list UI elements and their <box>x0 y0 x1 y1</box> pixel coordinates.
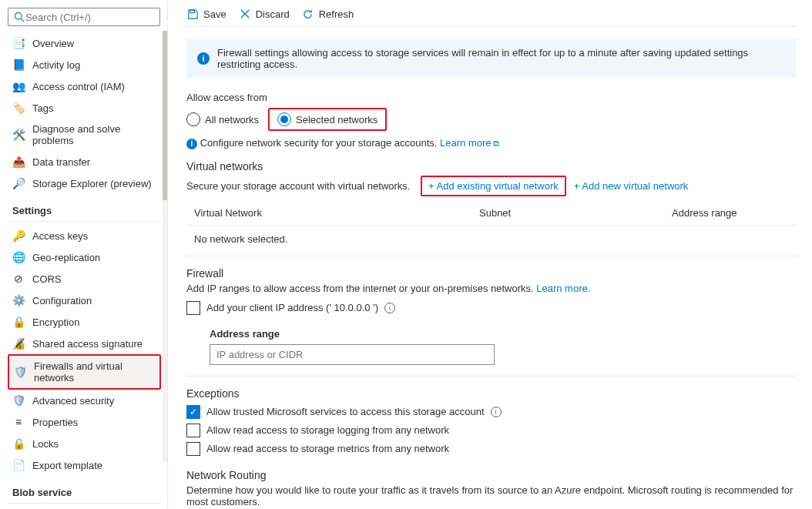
allow-access-label: Allow access from <box>186 92 797 103</box>
discard-label: Discard <box>256 8 290 20</box>
sidebar-item-geo-replication[interactable]: 🌐Geo-replication <box>8 246 161 268</box>
read-metrics-checkbox[interactable] <box>186 442 200 456</box>
refresh-icon <box>302 8 314 20</box>
refresh-label: Refresh <box>319 8 354 20</box>
configure-security-text: i Configure network security for your st… <box>186 137 797 149</box>
vnet-col-addr: Address range <box>672 207 789 219</box>
sidebar-item-label: Locks <box>32 438 59 450</box>
sidebar-item-label: Geo-replication <box>32 252 100 263</box>
firewall-heading: Firewall <box>186 267 797 280</box>
add-new-vnet-link[interactable]: + Add new virtual network <box>574 180 689 192</box>
collapse-sidebar-button[interactable]: « <box>165 12 168 23</box>
vnet-col-subnet: Subnet <box>479 207 672 219</box>
firewall-icon: 🛡️ <box>14 366 26 378</box>
sidebar-item-label: Advanced security <box>32 395 114 407</box>
read-logging-label: Allow read access to storage logging fro… <box>206 424 449 436</box>
lock-icon: 🔒 <box>12 437 25 450</box>
main-content: Save Discard Refresh i Firewall settings… <box>168 0 812 509</box>
sidebar-item-diagnose[interactable]: 🛠️Diagnose and solve problems <box>8 119 161 151</box>
sidebar-item-sas[interactable]: 🔏Shared access signature <box>8 333 161 354</box>
firewall-learn-more-link[interactable]: Learn more. <box>536 283 590 294</box>
configuration-icon: ⚙️ <box>12 294 25 306</box>
trusted-ms-checkbox[interactable]: ✓ <box>186 405 200 419</box>
sidebar-item-iam[interactable]: 👥Access control (IAM) <box>8 75 161 97</box>
refresh-button[interactable]: Refresh <box>302 8 354 20</box>
radio-selected-networks[interactable] <box>277 112 291 126</box>
svg-line-1 <box>21 18 24 22</box>
sidebar-item-overview[interactable]: 📑Overview <box>8 32 161 54</box>
trusted-ms-label: Allow trusted Microsoft services to acce… <box>206 406 485 417</box>
read-metrics-label: Allow read access to storage metrics fro… <box>206 443 449 454</box>
sidebar-search-input[interactable] <box>25 12 155 23</box>
learn-more-link[interactable]: Learn more <box>440 137 491 149</box>
address-range-input[interactable] <box>210 344 495 365</box>
sidebar-item-label: Tags <box>32 102 53 114</box>
sidebar-scrollbar[interactable] <box>163 31 168 462</box>
sidebar-item-label: Storage Explorer (preview) <box>32 178 152 189</box>
storage-explorer-icon: 🔎 <box>12 177 25 189</box>
save-button[interactable]: Save <box>186 8 226 20</box>
help-icon[interactable]: i <box>384 303 395 313</box>
close-icon <box>239 8 251 20</box>
sidebar-item-tags[interactable]: 🏷️Tags <box>8 97 161 119</box>
add-client-ip-checkbox[interactable] <box>186 301 200 315</box>
help-icon[interactable]: i <box>491 407 502 417</box>
sidebar-item-data-transfer[interactable]: 📤Data transfer <box>8 151 161 172</box>
sidebar-item-cors[interactable]: ⊘CORS <box>8 268 161 290</box>
add-existing-vnet-link[interactable]: + Add existing virtual network <box>421 176 566 196</box>
sidebar-search[interactable] <box>8 8 160 26</box>
routing-heading: Network Routing <box>186 469 797 481</box>
sidebar-item-label: CORS <box>32 273 62 285</box>
sidebar-item-label: Shared access signature <box>32 338 143 350</box>
sidebar-section-settings: Settings <box>8 194 161 222</box>
activity-log-icon: 📘 <box>12 59 25 71</box>
cors-icon: ⊘ <box>12 273 25 285</box>
sidebar-item-label: Diagnose and solve problems <box>32 123 156 146</box>
sidebar-item-export-template[interactable]: 📄Export template <box>8 454 161 476</box>
toolbar: Save Discard Refresh <box>186 8 797 27</box>
exceptions-heading: Exceptions <box>186 387 797 400</box>
address-range-label: Address range <box>210 328 797 340</box>
overview-icon: 📑 <box>12 37 25 49</box>
routing-desc: Determine how you would like to route yo… <box>186 484 797 507</box>
properties-icon: ≡ <box>12 416 25 428</box>
data-transfer-icon: 📤 <box>12 156 25 168</box>
save-label: Save <box>203 8 226 20</box>
radio-all-networks-label: All networks <box>205 114 259 126</box>
search-icon <box>13 11 25 23</box>
sidebar-item-label: Access control (IAM) <box>32 81 125 92</box>
info-icon: i <box>186 139 197 149</box>
export-icon: 📄 <box>12 459 25 471</box>
info-icon: i <box>197 52 210 65</box>
svg-point-0 <box>15 12 22 19</box>
sidebar-item-label: Data transfer <box>32 156 90 168</box>
sidebar-item-access-keys[interactable]: 🔑Access keys <box>8 225 161 246</box>
vnet-heading: Virtual networks <box>186 160 797 172</box>
vnet-col-network: Virtual Network <box>194 207 479 219</box>
sas-icon: 🔏 <box>12 337 25 350</box>
sidebar-item-advanced-security[interactable]: 🛡️Advanced security <box>8 390 161 411</box>
iam-icon: 👥 <box>12 80 25 92</box>
external-link-icon: ⧉ <box>493 139 499 148</box>
globe-icon: 🌐 <box>12 251 25 263</box>
radio-selected-networks-label: Selected networks <box>296 114 377 126</box>
radio-all-networks[interactable] <box>186 112 200 126</box>
key-icon: 🔑 <box>12 229 25 242</box>
sidebar-item-configuration[interactable]: ⚙️Configuration <box>8 290 161 311</box>
vnet-table-empty: No network selected. <box>186 226 797 256</box>
read-logging-checkbox[interactable] <box>186 424 200 437</box>
sidebar-item-encryption[interactable]: 🔒Encryption <box>8 311 161 333</box>
firewall-desc: Add IP ranges to allow access from the i… <box>186 283 797 294</box>
sidebar-item-locks[interactable]: 🔒Locks <box>8 433 161 454</box>
sidebar-item-properties[interactable]: ≡Properties <box>8 411 161 433</box>
sidebar-item-activity-log[interactable]: 📘Activity log <box>8 54 161 75</box>
sidebar-item-label: Overview <box>32 38 74 49</box>
sidebar-item-storage-explorer[interactable]: 🔎Storage Explorer (preview) <box>8 172 161 194</box>
vnet-table-header: Virtual Network Subnet Address range <box>186 201 797 226</box>
sidebar-item-firewalls[interactable]: 🛡️Firewalls and virtual networks <box>8 354 161 390</box>
tags-icon: 🏷️ <box>12 102 25 114</box>
sidebar: « 📑Overview 📘Activity log 👥Access contro… <box>0 0 168 509</box>
discard-button[interactable]: Discard <box>239 8 290 20</box>
sidebar-item-label: Configuration <box>32 295 92 306</box>
encryption-icon: 🔒 <box>12 316 25 328</box>
